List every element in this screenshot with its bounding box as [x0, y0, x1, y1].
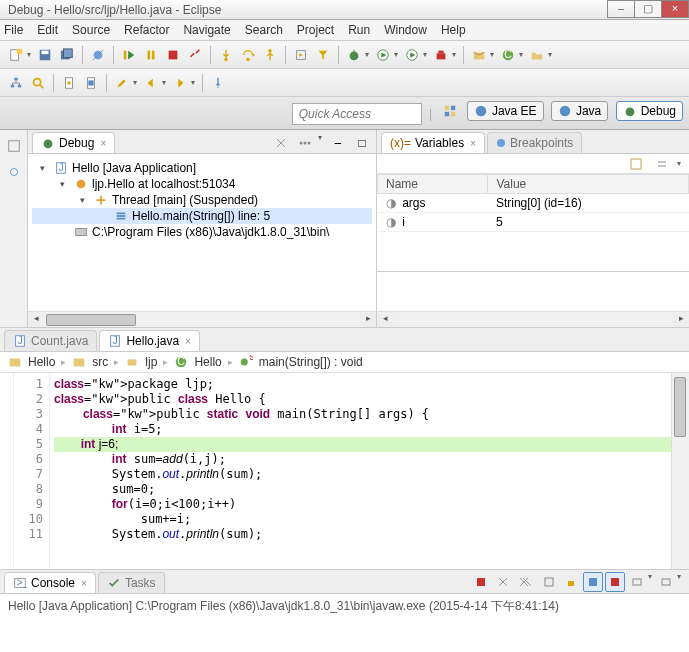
debug-hscroll[interactable]: ◂▸	[28, 311, 376, 327]
run-last-icon[interactable]	[402, 45, 422, 65]
pin-icon[interactable]	[208, 73, 228, 93]
save-all-icon[interactable]	[57, 45, 77, 65]
col-name[interactable]: Name	[378, 175, 488, 194]
col-value[interactable]: Value	[488, 175, 689, 194]
console-remove-icon[interactable]	[493, 572, 513, 592]
step-over-icon[interactable]	[238, 45, 258, 65]
forward-icon[interactable]	[170, 73, 190, 93]
minimize-button[interactable]: –	[607, 0, 635, 18]
external-tools-icon[interactable]	[431, 45, 451, 65]
tasks-tab[interactable]: Tasks	[98, 572, 165, 593]
perspective-debug[interactable]: Debug	[616, 101, 683, 121]
variable-row[interactable]: ◑ i5	[378, 213, 689, 232]
variables-tab[interactable]: (x)= Variables×	[381, 132, 485, 153]
console-output[interactable]: Hello [Java Application] C:\Program File…	[0, 594, 689, 640]
restore-icon[interactable]	[4, 136, 24, 156]
step-into-icon[interactable]	[216, 45, 236, 65]
console-clear-icon[interactable]	[539, 572, 559, 592]
menu-source[interactable]: Source	[72, 23, 110, 37]
svg-rect-48	[8, 141, 19, 152]
code-editor[interactable]: class="kw">package ljp; class="kw">publi…	[50, 373, 671, 569]
menu-file[interactable]: File	[4, 23, 23, 37]
console-terminate-icon[interactable]	[471, 572, 491, 592]
svg-rect-30	[14, 77, 18, 80]
hierarchy-icon[interactable]	[6, 73, 26, 93]
vars-hscroll[interactable]: ◂▸	[377, 311, 689, 327]
menu-search[interactable]: Search	[245, 23, 283, 37]
debug-remove-icon[interactable]	[271, 133, 291, 153]
step-return-icon[interactable]	[260, 45, 280, 65]
open-perspective-icon[interactable]	[440, 101, 460, 121]
resume-icon[interactable]	[119, 45, 139, 65]
debug-tab[interactable]: Debug×	[32, 132, 115, 153]
debug-icon[interactable]	[344, 45, 364, 65]
save-icon[interactable]	[35, 45, 55, 65]
close-tab-icon[interactable]: ×	[100, 138, 106, 149]
tab-count-java[interactable]: J Count.java	[4, 330, 97, 351]
menu-run[interactable]: Run	[348, 23, 370, 37]
debug-menu-icon[interactable]	[295, 133, 315, 153]
toggle-mark-icon[interactable]	[59, 73, 79, 93]
disconnect-icon[interactable]	[185, 45, 205, 65]
editor-marker-bar[interactable]	[0, 373, 14, 569]
breakpoints-tab[interactable]: Breakpoints	[487, 132, 582, 153]
menu-navigate[interactable]: Navigate	[183, 23, 230, 37]
menu-window[interactable]: Window	[384, 23, 427, 37]
menu-edit[interactable]: Edit	[37, 23, 58, 37]
svg-point-36	[67, 81, 71, 85]
search-icon[interactable]	[28, 73, 48, 93]
console-remove-all-icon[interactable]	[515, 572, 535, 592]
console-new-icon[interactable]: +	[656, 572, 676, 592]
drop-to-frame-icon[interactable]	[291, 45, 311, 65]
console-tab[interactable]: >_ Console×	[4, 572, 96, 593]
menu-refactor[interactable]: Refactor	[124, 23, 169, 37]
console-open-icon[interactable]	[627, 572, 647, 592]
console-scroll-lock-icon[interactable]	[561, 572, 581, 592]
back-icon[interactable]	[141, 73, 161, 93]
line-gutter[interactable]: 1234567891011	[14, 373, 50, 569]
new-class-icon[interactable]: C	[498, 45, 518, 65]
svg-rect-58	[117, 218, 126, 220]
maximize-view-icon[interactable]: □	[352, 133, 372, 153]
maximize-button[interactable]: ▢	[634, 0, 662, 18]
perspective-java[interactable]: Java	[551, 101, 608, 121]
terminate-icon[interactable]	[163, 45, 183, 65]
tab-hello-java[interactable]: J Hello.java×	[99, 330, 200, 351]
menu-help[interactable]: Help	[441, 23, 466, 37]
new-package-icon[interactable]	[469, 45, 489, 65]
svg-point-46	[560, 106, 571, 117]
variable-row[interactable]: ◑ argsString[0] (id=16)	[378, 194, 689, 213]
console-show-icon[interactable]	[605, 572, 625, 592]
new-icon[interactable]	[6, 45, 26, 65]
minimize-view-icon[interactable]: ‒	[328, 133, 348, 153]
svg-point-55	[77, 180, 86, 189]
skip-breakpoints-icon[interactable]	[88, 45, 108, 65]
svg-rect-77	[568, 581, 574, 586]
debug-tree-row[interactable]: ▾JHello [Java Application]	[32, 160, 372, 176]
svg-text:+: +	[669, 576, 672, 583]
toggle-block-icon[interactable]	[81, 73, 101, 93]
menu-project[interactable]: Project	[297, 23, 334, 37]
editor-breadcrumb[interactable]: Hello▸ src▸ ljp▸ C Hello▸ s main(String[…	[0, 352, 689, 373]
editor-vscroll[interactable]	[671, 373, 689, 569]
debug-tree-row[interactable]: Hello.main(String[]) line: 5	[32, 208, 372, 224]
run-icon[interactable]	[373, 45, 393, 65]
quick-access-input[interactable]	[292, 103, 422, 125]
close-button[interactable]: ×	[661, 0, 689, 18]
show-type-icon[interactable]	[626, 154, 646, 174]
svg-rect-59	[76, 229, 87, 236]
new-folder-icon[interactable]	[527, 45, 547, 65]
suspend-icon[interactable]	[141, 45, 161, 65]
view-menu-icon[interactable]: ▾	[318, 133, 322, 153]
vars-menu-icon[interactable]: ▾	[677, 159, 681, 168]
debug-tree-row[interactable]: ▾Thread [main] (Suspended)	[32, 192, 372, 208]
perspective-javaee[interactable]: Java EE	[467, 101, 544, 121]
debug-tree-row[interactable]: ▾ljp.Hello at localhost:51034	[32, 176, 372, 192]
console-pin-icon[interactable]	[583, 572, 603, 592]
debug-tree-row[interactable]: C:\Program Files (x86)\Java\jdk1.8.0_31\…	[32, 224, 372, 240]
last-edit-icon[interactable]	[112, 73, 132, 93]
collapse-icon[interactable]	[652, 154, 672, 174]
synch-icon[interactable]	[4, 162, 24, 182]
svg-text:J: J	[58, 161, 63, 173]
step-filters-icon[interactable]	[313, 45, 333, 65]
